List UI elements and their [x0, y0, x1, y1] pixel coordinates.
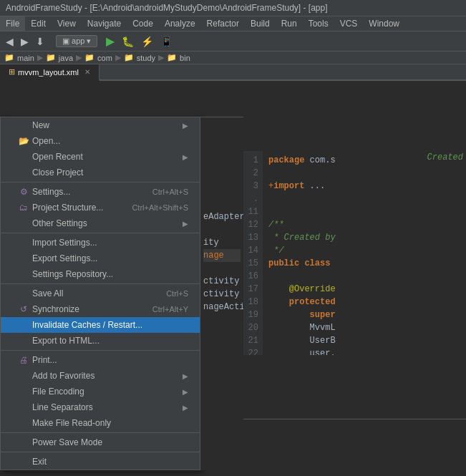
menu-item-project-structure[interactable]: 🗂Project Structure... Ctrl+Alt+Shift+S [1, 200, 200, 215]
new-arrow: ▶ [183, 122, 188, 130]
breadcrumb-bin[interactable]: bin [180, 54, 190, 62]
tab-label: mvvm_layout.xml [18, 68, 79, 77]
file-menu-dropdown: New ▶ 📂Open... Open Recent ▶ Close Proje… [0, 117, 243, 470]
breadcrumb-main[interactable]: main [17, 54, 34, 62]
title-text: AndroidFrameStudy - [E:\Android\androidM… [6, 3, 328, 13]
menu-item-other-settings[interactable]: Other Settings ▶ [1, 215, 200, 231]
breadcrumb-java[interactable]: java [59, 54, 73, 62]
menu-item-export-settings[interactable]: Export Settings... [1, 251, 200, 266]
title-bar: AndroidFrameStudy - [E:\Android\androidM… [0, 0, 466, 16]
open-icon: 📂 [18, 136, 29, 146]
print-icon: 🖨 [18, 355, 29, 365]
encoding-arrow: ▶ [183, 388, 188, 396]
run-button[interactable]: ▶ [103, 33, 117, 49]
breadcrumb-com[interactable]: com [97, 54, 112, 62]
breadcrumb: 📁 main ▶ 📁 java ▶ 📁 com ▶ 📁 study ▶ 📁 bi… [0, 52, 466, 64]
menu-bar: File Edit View Navigate Code Analyze Ref… [0, 16, 466, 31]
separator-6 [1, 452, 200, 452]
menu-item-add-favorites[interactable]: Add to Favorites ▶ [1, 368, 200, 384]
app-selector[interactable]: ▣ app ▾ [56, 35, 97, 47]
sync-icon: ↺ [18, 304, 29, 314]
breadcrumb-study[interactable]: study [137, 54, 155, 62]
menu-item-settings[interactable]: ⚙Settings... Ctrl+Alt+S [1, 184, 200, 200]
created-comment: Created [427, 152, 463, 162]
separator-1 [1, 182, 200, 183]
build-button[interactable]: ⚡ [138, 34, 156, 49]
menu-item-make-readonly[interactable]: Make File Read-only [1, 415, 200, 431]
menu-item-synchronize[interactable]: ↺Synchronize Ctrl+Alt+Y [1, 301, 200, 317]
menu-item-invalidate-caches[interactable]: Invalidate Caches / Restart... [1, 317, 200, 333]
open-recent-arrow: ▶ [183, 153, 188, 161]
menu-item-open-recent[interactable]: Open Recent ▶ [1, 149, 200, 165]
device-button[interactable]: 📱 [157, 34, 175, 49]
menu-item-file-encoding[interactable]: File Encoding ▶ [1, 384, 200, 399]
menu-tools[interactable]: Tools [303, 16, 334, 31]
menu-navigate[interactable]: Navigate [82, 16, 127, 31]
menu-item-line-separators[interactable]: Line Separators ▶ [1, 399, 200, 415]
forward-button[interactable]: ▶ [18, 34, 31, 49]
dropdown-panel: New ▶ 📂Open... Open Recent ▶ Close Proje… [0, 117, 200, 470]
back-button[interactable]: ◀ [3, 34, 16, 49]
settings-icon: ⚙ [18, 187, 29, 197]
debug-button[interactable]: 🐛 [119, 34, 137, 49]
menu-item-import-settings[interactable]: Import Settings... [1, 235, 200, 251]
menu-window[interactable]: Window [363, 16, 405, 31]
menu-file[interactable]: File [0, 16, 25, 31]
separator-3 [1, 283, 200, 284]
toolbar: ◀ ▶ ⬇ ▣ app ▾ ▶ 🐛 ⚡ 📱 [0, 31, 466, 52]
down-button[interactable]: ⬇ [33, 34, 47, 49]
editor-container: 1 2 3 . 11 12 13 14 15 16 17 18 19 20 21… [0, 81, 466, 412]
other-settings-arrow: ▶ [183, 220, 188, 228]
partial-editor: 1 2 3 . 11 12 13 14 15 16 17 18 19 20 21… [237, 151, 466, 355]
menu-code[interactable]: Code [127, 16, 159, 31]
tab-xml-icon: ⊞ [9, 67, 15, 77]
menu-vcs[interactable]: VCS [334, 16, 364, 31]
menu-refactor[interactable]: Refactor [201, 16, 245, 31]
menu-item-close-project[interactable]: Close Project [1, 165, 200, 180]
separator-2 [1, 233, 200, 233]
tab-mvvm-layout[interactable]: ⊞ mvvm_layout.xml ✕ [0, 64, 99, 81]
menu-run[interactable]: Run [276, 16, 303, 31]
menu-item-export-html[interactable]: Export to HTML... [1, 333, 200, 349]
menu-item-open[interactable]: 📂Open... [1, 133, 200, 149]
menu-item-new[interactable]: New ▶ [1, 117, 200, 133]
menu-item-power-save[interactable]: Power Save Mode [1, 434, 200, 450]
menu-build[interactable]: Build [245, 16, 276, 31]
separator-4 [1, 350, 200, 351]
code-right-panel: . . . . . . . eAdapter . ity nage . ctiv… [200, 117, 243, 470]
tab-bar: ⊞ mvvm_layout.xml ✕ [0, 64, 466, 81]
code-area: package com.s . +import ... . . /** * Cr… [263, 151, 466, 355]
menu-view[interactable]: View [52, 16, 82, 31]
separator-5 [1, 432, 200, 433]
menu-edit[interactable]: Edit [25, 16, 52, 31]
tab-close-icon[interactable]: ✕ [84, 68, 90, 76]
menu-item-exit[interactable]: Exit [1, 454, 200, 470]
menu-analyze[interactable]: Analyze [159, 16, 201, 31]
menu-item-print[interactable]: 🖨Print... [1, 352, 200, 368]
project-structure-icon: 🗂 [18, 203, 29, 213]
line-sep-arrow: ▶ [183, 404, 188, 412]
menu-item-settings-repo[interactable]: Settings Repository... [1, 266, 200, 282]
menu-item-save-all[interactable]: Save All Ctrl+S [1, 286, 200, 301]
favorites-arrow: ▶ [183, 372, 188, 380]
